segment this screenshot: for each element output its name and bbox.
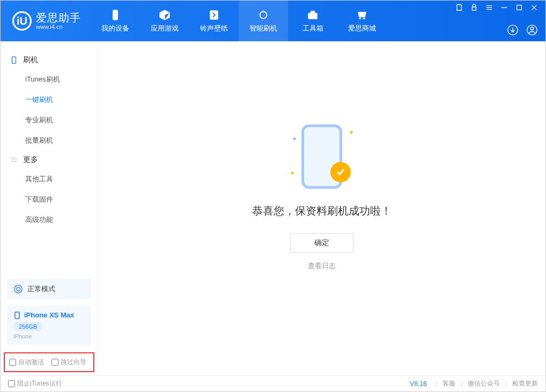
status-bar: 阻止iTunes运行 V8.16 | 客服 | 微信公众号 | 检查更新 (1, 375, 545, 391)
device-capacity: 256GB (13, 322, 42, 331)
music-icon (208, 9, 220, 21)
sidebar-item-itunes-flash[interactable]: iTunes刷机 (1, 69, 98, 90)
phone-icon (109, 9, 122, 21)
nav-smart-flash[interactable]: 智能刷机 (239, 1, 288, 41)
success-illustration: ✦ ✦ ✦ (290, 124, 354, 189)
footer-link-check-update[interactable]: 检查更新 (512, 379, 538, 388)
svg-rect-23 (15, 312, 19, 319)
menu-icon[interactable] (485, 4, 493, 11)
minimize-icon[interactable] (500, 4, 508, 11)
version-label: V8.16 (410, 380, 426, 388)
svg-rect-12 (517, 5, 522, 10)
check-badge-icon (330, 162, 351, 182)
ok-button[interactable]: 确定 (290, 233, 353, 253)
svg-rect-4 (311, 11, 314, 13)
sidebar-item-advanced[interactable]: 高级功能 (1, 210, 98, 230)
sidebar-item-pro-flash[interactable]: 专业刷机 (1, 110, 98, 130)
maximize-icon[interactable] (515, 4, 523, 11)
device-box[interactable]: iPhone XS Max 256GB iPhone (7, 306, 91, 345)
sidebar-item-other-tools[interactable]: 其他工具 (1, 169, 98, 189)
download-icon[interactable] (507, 24, 519, 36)
sync-icon (13, 284, 23, 294)
svg-rect-1 (210, 11, 218, 20)
svg-point-6 (363, 18, 365, 19)
cube-icon (158, 9, 171, 21)
sidebar-item-download-firmware[interactable]: 下载固件 (1, 189, 98, 210)
cart-icon (356, 9, 368, 21)
brand-name: 爱思助手 (36, 12, 81, 24)
list-icon (10, 156, 18, 164)
flash-options-highlight: 自动激活 跳过向导 (4, 352, 94, 372)
sidebar-section-more: 更多 (1, 151, 98, 169)
nav-apps-games[interactable]: 应用游戏 (140, 1, 189, 41)
svg-point-5 (359, 18, 361, 19)
main-content: ✦ ✦ ✦ 恭喜您，保资料刷机成功啦！ 确定 查看日志 (98, 41, 545, 375)
brand-site: www.i4.cn (36, 24, 81, 30)
sidebar-item-batch-flash[interactable]: 批量刷机 (1, 130, 98, 151)
shirt-icon[interactable] (455, 4, 463, 11)
device-icon (10, 56, 18, 64)
app-header: iU 爱思助手 www.i4.cn 我的设备 应用游戏 铃声壁纸 智能刷机 工具… (1, 1, 545, 41)
logo[interactable]: iU 爱思助手 www.i4.cn (1, 11, 91, 31)
svg-rect-3 (308, 13, 318, 19)
nav-my-device[interactable]: 我的设备 (91, 1, 140, 41)
refresh-icon (257, 9, 270, 21)
svg-rect-7 (473, 7, 476, 10)
footer-link-wechat[interactable]: 微信公众号 (468, 379, 500, 388)
window-controls (455, 4, 538, 11)
svg-rect-0 (113, 10, 117, 20)
sidebar-item-oneclick-flash[interactable]: 一键刷机 (1, 90, 98, 110)
svg-point-17 (530, 27, 534, 31)
user-icon[interactable] (526, 24, 538, 36)
lock-icon[interactable] (470, 4, 478, 11)
checkbox-auto-activate[interactable]: 自动激活 (9, 358, 44, 367)
success-title: 恭喜您，保资料刷机成功啦！ (252, 204, 392, 218)
svg-rect-18 (12, 57, 16, 63)
svg-point-22 (14, 285, 22, 293)
footer-link-support[interactable]: 客服 (442, 379, 455, 388)
logo-icon: iU (12, 11, 32, 31)
nav-toolbox[interactable]: 工具箱 (288, 1, 337, 41)
view-log-link[interactable]: 查看日志 (308, 261, 336, 271)
close-icon[interactable] (530, 4, 538, 11)
toolbox-icon (306, 9, 319, 21)
device-type: iPhone (13, 333, 85, 339)
svg-point-2 (260, 12, 267, 19)
phone-small-icon (13, 312, 21, 319)
device-name: iPhone XS Max (13, 311, 85, 319)
nav-ringtone-wallpaper[interactable]: 铃声壁纸 (189, 1, 239, 41)
sidebar-section-flash: 刷机 (1, 51, 98, 69)
nav-store[interactable]: 爱思商城 (337, 1, 387, 41)
mode-box[interactable]: 正常模式 (7, 279, 91, 299)
sidebar: 刷机 iTunes刷机 一键刷机 专业刷机 批量刷机 更多 其他工具 下载固件 … (1, 41, 98, 375)
checkbox-block-itunes[interactable]: 阻止iTunes运行 (8, 379, 62, 388)
checkbox-skip-guide[interactable]: 跳过向导 (51, 358, 86, 367)
nav-tabs: 我的设备 应用游戏 铃声壁纸 智能刷机 工具箱 爱思商城 (91, 1, 387, 41)
